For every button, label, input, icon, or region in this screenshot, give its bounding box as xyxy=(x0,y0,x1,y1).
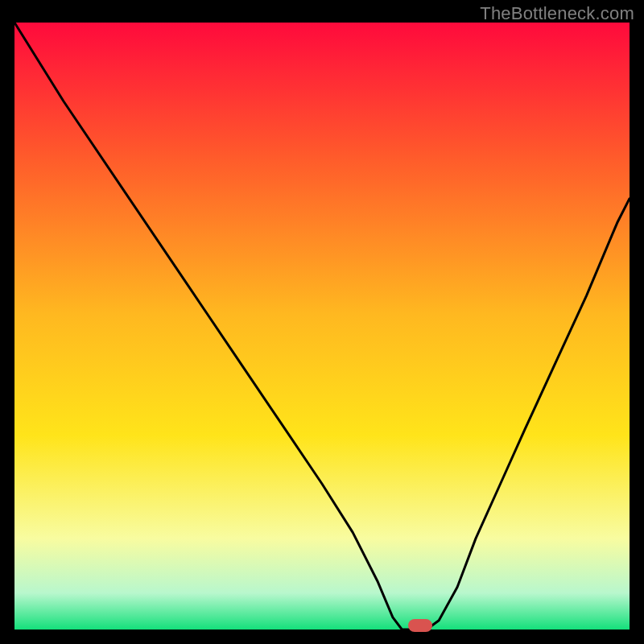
optimum-marker xyxy=(408,619,432,632)
chart-svg xyxy=(14,23,630,630)
chart-frame: TheBottleneck.com xyxy=(0,0,644,644)
watermark-text: TheBottleneck.com xyxy=(480,3,634,24)
plot-area xyxy=(14,23,630,630)
gradient-background xyxy=(14,23,630,630)
